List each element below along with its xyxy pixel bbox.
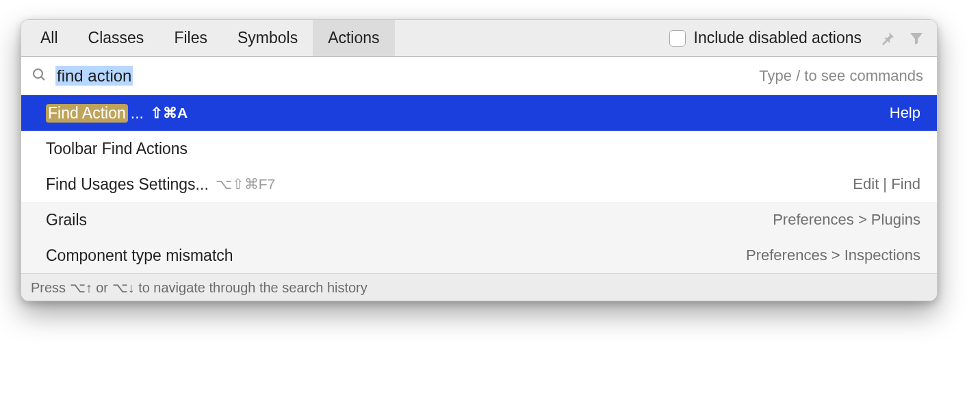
result-label: Toolbar Find Actions <box>46 140 188 158</box>
tab-all[interactable]: All <box>25 20 73 56</box>
tabs-bar: All Classes Files Symbols Actions Includ… <box>21 20 937 57</box>
footer-hint: Press ⌥↑ or ⌥↓ to navigate through the s… <box>21 273 937 301</box>
include-disabled-wrap[interactable]: Include disabled actions <box>669 20 869 56</box>
result-label-highlight: Find Action <box>46 104 128 123</box>
result-row[interactable]: Grails Preferences > Plugins <box>21 202 937 238</box>
tab-files[interactable]: Files <box>159 20 222 56</box>
toolbar-icons <box>868 20 937 56</box>
svg-point-0 <box>34 69 42 78</box>
search-everywhere-dialog: All Classes Files Symbols Actions Includ… <box>21 19 938 301</box>
result-origin: Preferences > Plugins <box>773 211 920 229</box>
result-label: Component type mismatch <box>46 247 233 265</box>
result-label: Grails <box>46 211 87 229</box>
include-disabled-label: Include disabled actions <box>694 29 862 47</box>
result-row[interactable]: Toolbar Find Actions <box>21 131 937 166</box>
result-shortcut: ⌥⇧⌘F7 <box>216 176 276 192</box>
search-input[interactable]: find action <box>55 66 759 86</box>
result-origin: Edit | Find <box>853 175 920 193</box>
result-row[interactable]: Find Usages Settings... ⌥⇧⌘F7 Edit | Fin… <box>21 166 937 202</box>
tab-symbols[interactable]: Symbols <box>222 20 313 56</box>
tab-classes[interactable]: Classes <box>73 20 159 56</box>
filter-icon[interactable] <box>908 30 925 47</box>
search-input-value: find action <box>55 66 133 86</box>
result-origin: Preferences > Inspections <box>746 247 920 264</box>
search-row: find action Type / to see commands <box>21 57 937 95</box>
result-origin: Help <box>890 104 920 122</box>
result-row[interactable]: Find Action... ⇧⌘A Help <box>21 95 937 131</box>
results-list: Find Action... ⇧⌘A Help Toolbar Find Act… <box>21 95 937 273</box>
result-row[interactable]: Component type mismatch Preferences > In… <box>21 238 937 273</box>
tab-actions[interactable]: Actions <box>313 20 394 56</box>
result-shortcut: ⇧⌘A <box>151 105 188 121</box>
result-label: Find Usages Settings... <box>46 175 209 194</box>
result-label-rest: ... <box>131 104 144 123</box>
pin-icon[interactable] <box>879 30 896 47</box>
include-disabled-checkbox[interactable] <box>669 30 686 47</box>
search-hint: Type / to see commands <box>759 67 923 85</box>
search-icon <box>31 66 47 86</box>
svg-line-1 <box>41 77 44 80</box>
